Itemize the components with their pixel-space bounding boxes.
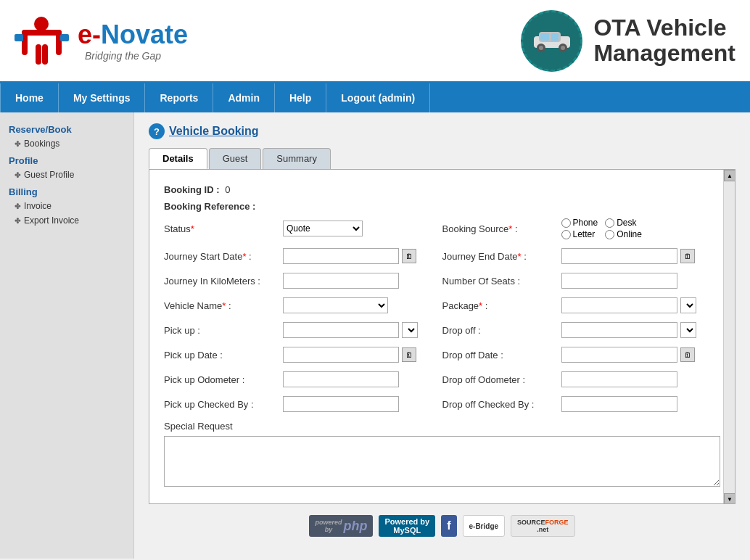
radio-phone[interactable]: Phone <box>561 218 598 228</box>
dropoff-dropdown[interactable]: ▼ <box>680 322 696 338</box>
vehicle-col: Vehicle Name* : <box>164 297 442 313</box>
logo-right: OTA Vehicle Management <box>521 10 735 72</box>
nav-help[interactable]: Help <box>275 83 326 112</box>
pickup-dropoff-date-row: Pick up Date : 🗓 Drop off Date : 🗓 <box>164 347 720 363</box>
nav-reports[interactable]: Reports <box>145 83 213 112</box>
vehicle-label: Vehicle Name* : <box>164 300 280 311</box>
pickup-date-field: 🗓 <box>283 347 416 363</box>
tabs: Details Guest Summary <box>149 148 735 169</box>
journey-dates-row: Journey Start Date* : 🗓 Journey End Date… <box>164 248 720 264</box>
nav-my-settings[interactable]: My Settings <box>59 83 146 112</box>
special-request-label: Special Request <box>164 421 720 432</box>
svg-rect-14 <box>540 33 549 41</box>
radio-letter[interactable]: Letter <box>561 229 598 239</box>
package-field: ▼ <box>561 297 696 313</box>
journey-end-label: Journey End Date* : <box>442 251 559 262</box>
pickup-dropdown[interactable]: ▼ <box>402 322 418 338</box>
booking-source-label: Booking Source* : <box>442 223 559 234</box>
dropoff-checked-input[interactable] <box>561 396 677 412</box>
vehicle-select[interactable] <box>283 297 388 313</box>
sidebar-item-export-invoice[interactable]: ✤ Export Invoice <box>0 213 133 228</box>
dropoff-date-col: Drop off Date : 🗓 <box>442 347 721 363</box>
km-input[interactable] <box>283 273 399 289</box>
booking-ref-row: Booking Reference : <box>164 201 720 212</box>
dropoff-date-input[interactable] <box>561 347 677 363</box>
cross-icon: ✤ <box>15 140 20 148</box>
status-label: Status* <box>164 223 280 234</box>
dropoff-odometer-col: Drop off Odometer : <box>442 371 721 387</box>
cross-icon-3: ✤ <box>15 202 20 210</box>
booking-id-label: Booking ID : <box>164 184 220 195</box>
pickup-checked-label: Pick up Checked By : <box>164 399 280 410</box>
dropoff-odometer-input[interactable] <box>561 371 677 387</box>
special-request-textarea[interactable] <box>164 436 720 487</box>
tab-details[interactable]: Details <box>149 148 207 169</box>
radio-desk[interactable]: Desk <box>605 218 642 228</box>
pickup-date-label: Pick up Date : <box>164 350 280 361</box>
checked-by-row: Pick up Checked By : Drop off Checked By… <box>164 396 720 412</box>
logo-name: e-Novate <box>78 20 188 50</box>
booking-source-radios: Phone Desk Letter Online <box>561 218 642 239</box>
ota-car-icon <box>521 10 582 72</box>
pickup-input[interactable] <box>283 322 399 338</box>
tab-guest[interactable]: Guest <box>209 148 262 169</box>
journey-start-label: Journey Start Date* : <box>164 251 280 262</box>
dropoff-input[interactable] <box>561 322 677 338</box>
form-container: ▲ ▼ Booking ID : 0 Booking Reference : S… <box>149 169 735 504</box>
pickup-date-input[interactable] <box>283 347 399 363</box>
pickup-label: Pick up : <box>164 325 280 336</box>
booking-ref-label: Booking Reference : <box>164 201 255 212</box>
dropoff-field: ▼ <box>561 322 696 338</box>
package-label: Package* : <box>442 300 559 311</box>
nav-logout[interactable]: Logout (admin) <box>326 83 430 112</box>
seats-input[interactable] <box>561 273 677 289</box>
page-title-link[interactable]: Vehicle Booking <box>169 125 259 138</box>
svg-rect-4 <box>36 44 41 65</box>
package-dropdown[interactable]: ▼ <box>680 297 696 313</box>
svg-rect-6 <box>15 34 23 41</box>
pickup-date-cal-icon[interactable]: 🗓 <box>402 347 416 362</box>
dropoff-checked-col: Drop off Checked By : <box>442 396 721 412</box>
php-badge: poweredby php <box>309 515 373 537</box>
status-col: Status* Quote Confirmed Cancelled <box>164 221 442 236</box>
sourceforge-badge: SOURCEFORGE.net <box>511 515 575 537</box>
scrollbar[interactable]: ▲ ▼ <box>723 170 735 504</box>
svg-point-0 <box>34 17 49 31</box>
footer: poweredby php Powered byMySQL f e-Bridge… <box>149 504 735 548</box>
dropoff-date-cal-icon[interactable]: 🗓 <box>680 347 695 362</box>
pickup-col: Pick up : ▼ <box>164 322 442 338</box>
package-input[interactable] <box>561 297 677 313</box>
svg-rect-2 <box>22 30 28 55</box>
scroll-down-btn[interactable]: ▼ <box>724 493 735 504</box>
pickup-odometer-input[interactable] <box>283 371 399 387</box>
logo-text-block: e-Novate Bridging the Gap <box>78 20 188 62</box>
pickup-checked-input[interactable] <box>283 396 399 412</box>
pickup-date-col: Pick up Date : 🗓 <box>164 347 442 363</box>
journey-end-cal-icon[interactable]: 🗓 <box>680 249 695 263</box>
radio-online[interactable]: Online <box>605 229 642 239</box>
ebridge-badge: e-Bridge <box>463 515 506 537</box>
tab-summary[interactable]: Summary <box>263 148 331 169</box>
odometer-row: Pick up Odometer : Drop off Odometer : <box>164 371 720 387</box>
journey-start-input[interactable] <box>283 248 399 264</box>
scroll-up-btn[interactable]: ▲ <box>724 170 735 181</box>
nav-admin[interactable]: Admin <box>213 83 275 112</box>
journey-start-field: 🗓 <box>283 248 416 264</box>
sidebar-item-invoice[interactable]: ✤ Invoice <box>0 199 133 213</box>
journey-end-input[interactable] <box>561 248 677 264</box>
journey-start-cal-icon[interactable]: 🗓 <box>402 249 416 263</box>
journey-start-col: Journey Start Date* : 🗓 <box>164 248 442 264</box>
footer-logos: poweredby php Powered byMySQL f e-Bridge… <box>160 515 725 537</box>
pickup-checked-col: Pick up Checked By : <box>164 396 442 412</box>
nav-home[interactable]: Home <box>0 83 59 112</box>
seats-col: Number Of Seats : <box>442 273 721 289</box>
page-header: ? Vehicle Booking <box>149 123 735 139</box>
special-request-section: Special Request <box>164 421 720 489</box>
dropoff-odometer-label: Drop off Odometer : <box>442 374 559 385</box>
navbar: Home My Settings Reports Admin Help Logo… <box>0 83 750 112</box>
sidebar-item-guest-profile[interactable]: ✤ Guest Profile <box>0 168 133 182</box>
cross-icon-4: ✤ <box>15 217 20 225</box>
pickup-field: ▼ <box>283 322 418 338</box>
status-select[interactable]: Quote Confirmed Cancelled <box>283 221 363 236</box>
sidebar-item-bookings[interactable]: ✤ Bookings <box>0 136 133 151</box>
